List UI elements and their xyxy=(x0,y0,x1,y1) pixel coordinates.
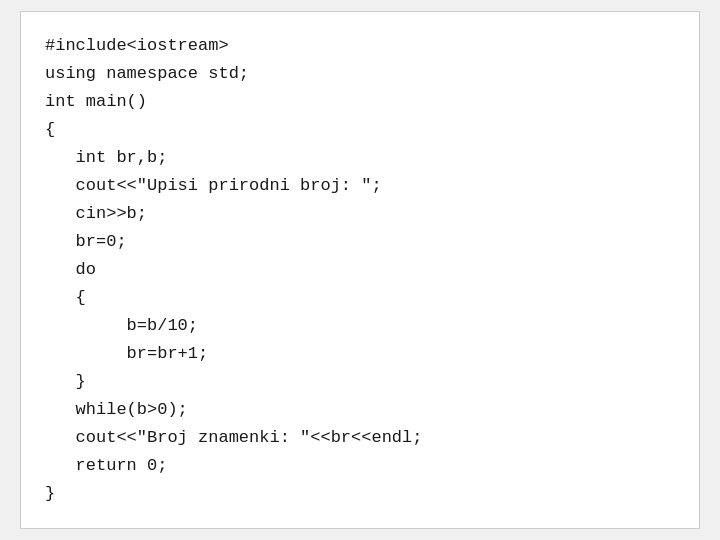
code-line: cout<<"Broj znamenki: "<<br<<endl; xyxy=(45,424,675,452)
code-line: int br,b; xyxy=(45,144,675,172)
code-line: b=b/10; xyxy=(45,312,675,340)
code-line: br=0; xyxy=(45,228,675,256)
code-line: { xyxy=(45,284,675,312)
code-line: } xyxy=(45,480,675,508)
code-line: } xyxy=(45,368,675,396)
code-line: #include<iostream> xyxy=(45,32,675,60)
code-line: using namespace std; xyxy=(45,60,675,88)
code-block: #include<iostream>using namespace std;in… xyxy=(45,32,675,509)
code-line: cin>>b; xyxy=(45,200,675,228)
code-line: while(b>0); xyxy=(45,396,675,424)
code-line: do xyxy=(45,256,675,284)
code-line: br=br+1; xyxy=(45,340,675,368)
code-line: cout<<"Upisi prirodni broj: "; xyxy=(45,172,675,200)
code-line: { xyxy=(45,116,675,144)
code-line: return 0; xyxy=(45,452,675,480)
code-line: int main() xyxy=(45,88,675,116)
code-container: #include<iostream>using namespace std;in… xyxy=(20,11,700,530)
